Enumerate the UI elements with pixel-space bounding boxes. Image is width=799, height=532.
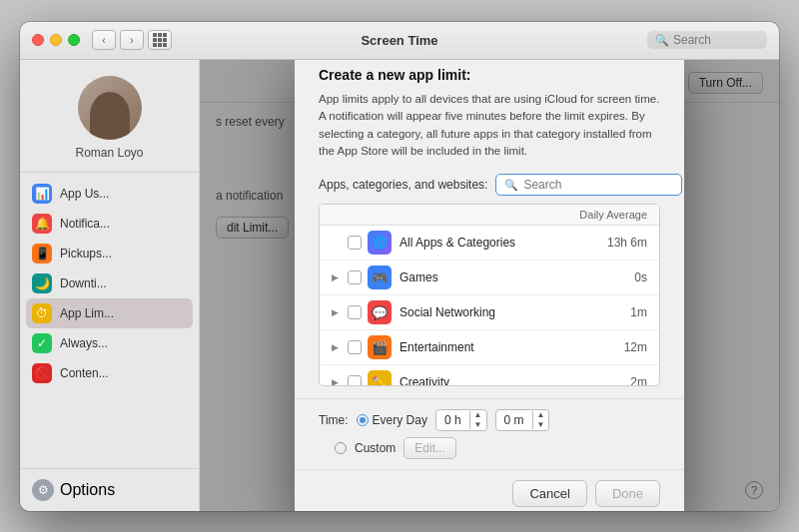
row-checkbox[interactable] [348,236,362,250]
row-name: Social Networking [400,305,577,319]
modal-overlay: Create a new app limit: App limits apply… [200,60,779,511]
row-checkbox[interactable] [348,305,362,319]
time-section: Time: Every Day 0 h ▲ ▼ [295,398,684,469]
options-icon: ⚙ [32,479,54,501]
table-row[interactable]: ▶ 🎬 Entertainment 12m [320,330,659,365]
notifications-icon: 🔔 [32,214,52,234]
hours-value: 0 h [436,411,470,429]
sidebar-item-content[interactable]: 🚫 Conten... [20,358,199,388]
modal-footer: Cancel Done [295,469,684,511]
row-avg: 2m [577,375,647,385]
search-label: Apps, categories, and websites: [319,178,487,192]
custom-row: Custom Edit... [319,437,660,459]
modal-title: Create a new app limit: [319,67,660,83]
create-app-limit-modal: Create a new app limit: App limits apply… [295,60,684,511]
search-input[interactable] [523,178,673,192]
row-name: All Apps & Categories [400,236,577,250]
table-row[interactable]: ▶ ✏️ Creativity 2m [320,365,659,385]
every-day-radio[interactable] [357,414,369,426]
time-label: Time: [319,413,349,427]
modal-description: App limits apply to all devices that are… [319,91,660,160]
sidebar-item-notifications[interactable]: 🔔 Notifica... [20,209,199,239]
row-avg: 1m [577,305,647,319]
downtime-icon: 🌙 [32,273,52,293]
daily-avg-header: Daily Average [557,209,647,221]
minutes-up-button[interactable]: ▲ [533,410,549,420]
expand-arrow[interactable]: ▶ [332,342,348,352]
games-icon: 🎮 [368,266,392,289]
table-row[interactable]: 🌐 All Apps & Categories 13h 6m [320,226,659,261]
minutes-stepper[interactable]: 0 m ▲ ▼ [495,409,550,431]
maximize-button[interactable] [68,34,80,46]
custom-radio[interactable] [335,442,347,454]
sidebar-item-pickups[interactable]: 📱 Pickups... [20,239,199,268]
table-header: Daily Average [320,205,659,226]
nav-buttons: ‹ › [92,30,144,50]
expand-arrow[interactable]: ▶ [332,272,348,282]
row-avg: 13h 6m [577,236,647,250]
expand-arrow[interactable]: ▶ [332,377,348,385]
edit-button[interactable]: Edit... [403,437,456,459]
custom-label: Custom [355,441,396,455]
app-usage-icon: 📊 [32,184,52,204]
app-categories-table: Daily Average 🌐 All Apps & Categories 13… [319,204,660,386]
sidebar-items: 📊 App Us... 🔔 Notifica... 📱 Pickups... 🌙… [20,173,199,468]
search-icon: 🔍 [655,34,669,47]
avatar-silhouette [90,92,130,140]
content-icon: 🚫 [32,363,52,383]
options-section[interactable]: ⚙ Options [20,468,199,511]
profile-section: Roman Loyo [20,60,199,173]
table-row[interactable]: ▶ 💬 Social Networking 1m [320,295,659,330]
row-name: Creativity [400,375,577,385]
traffic-lights [32,34,80,46]
titlebar: ‹ › Screen Time 🔍 [20,22,779,60]
sidebar-item-always-on[interactable]: ✓ Always... [20,328,199,358]
expand-arrow[interactable]: ▶ [332,307,348,317]
main-panel: Turn Off... s reset every a notification… [200,60,779,511]
search-row: Apps, categories, and websites: 🔍 [319,174,660,196]
all-apps-icon: 🌐 [368,231,392,255]
sidebar-item-label: Conten... [60,366,109,380]
row-avg: 0s [577,270,647,284]
sidebar-item-app-limits[interactable]: ⏱ App Lim... [26,298,193,328]
grid-button[interactable] [148,30,172,50]
row-checkbox[interactable] [348,270,362,284]
close-button[interactable] [32,34,44,46]
app-limits-icon: ⏱ [32,303,52,323]
profile-name: Roman Loyo [75,146,143,160]
cancel-button[interactable]: Cancel [512,480,586,507]
hours-stepper-buttons: ▲ ▼ [470,410,486,430]
pickups-icon: 📱 [32,244,52,264]
hours-down-button[interactable]: ▼ [470,420,486,430]
time-row: Time: Every Day 0 h ▲ ▼ [319,409,660,431]
hours-stepper[interactable]: 0 h ▲ ▼ [435,409,487,431]
minutes-down-button[interactable]: ▼ [533,420,549,430]
search-field[interactable]: 🔍 [495,174,682,196]
done-button[interactable]: Done [595,480,660,507]
hours-up-button[interactable]: ▲ [470,410,486,420]
titlebar-search-input[interactable] [673,33,763,47]
modal-body: Create a new app limit: App limits apply… [295,60,684,387]
every-day-label: Every Day [373,413,427,427]
avatar [78,76,142,140]
minutes-stepper-buttons: ▲ ▼ [533,410,549,430]
row-checkbox[interactable] [348,375,362,385]
sidebar-item-label: Pickups... [60,247,112,261]
table-scroll[interactable]: 🌐 All Apps & Categories 13h 6m ▶ 🎮 Gam [320,226,659,385]
sidebar: Roman Loyo 📊 App Us... 🔔 Notifica... 📱 P… [20,60,200,511]
titlebar-search[interactable]: 🔍 [647,31,767,49]
minutes-value: 0 m [496,411,533,429]
back-button[interactable]: ‹ [92,30,116,50]
options-label: Options [60,481,115,499]
social-icon: 💬 [368,300,392,324]
row-checkbox[interactable] [348,340,362,354]
table-row[interactable]: ▶ 🎮 Games 0s [320,261,659,295]
minimize-button[interactable] [50,34,62,46]
sidebar-item-downtime[interactable]: 🌙 Downti... [20,268,199,298]
forward-button[interactable]: › [120,30,144,50]
creativity-icon: ✏️ [368,370,392,385]
window-title: Screen Time [361,33,437,48]
sidebar-item-app-usage[interactable]: 📊 App Us... [20,179,199,209]
sidebar-item-label: Downti... [60,276,107,290]
every-day-option[interactable]: Every Day [357,413,427,427]
